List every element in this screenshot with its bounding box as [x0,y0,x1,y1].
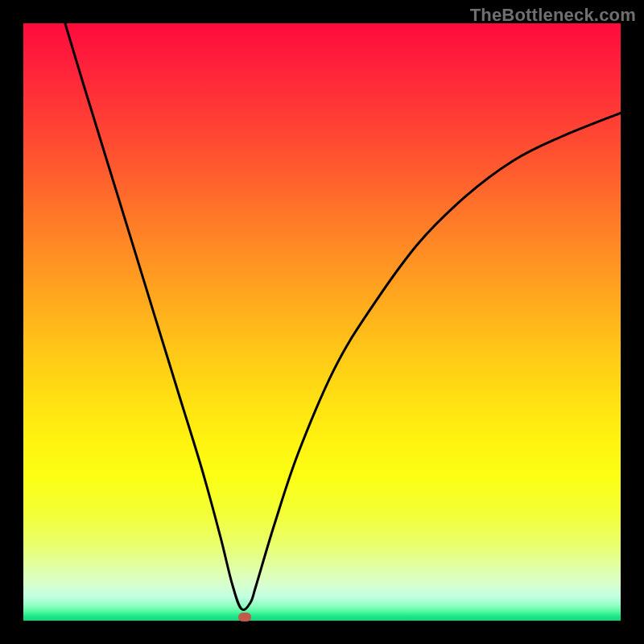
bottleneck-curve [23,23,621,621]
chart-frame: TheBottleneck.com [0,0,644,644]
plot-area [23,23,621,621]
optimum-marker [238,613,251,621]
watermark-text: TheBottleneck.com [470,5,636,26]
